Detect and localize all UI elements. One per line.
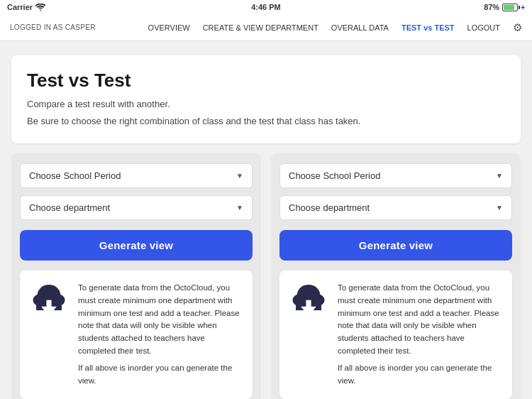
status-left: Carrier — [7, 3, 45, 11]
chevron-down-icon: ▼ — [236, 172, 243, 180]
right-period-row: Choose School Period ▼ — [279, 163, 512, 188]
right-info-line1: To generate data from the OctoCloud, you… — [338, 282, 502, 358]
status-bar: Carrier 4:46 PM 87% + — [0, 0, 532, 14]
left-info-text: To generate data from the OctoCloud, you… — [78, 282, 243, 388]
right-period-dropdown[interactable]: Choose School Period ▼ — [279, 163, 512, 188]
right-dept-dropdown[interactable]: Choose department ▼ — [279, 195, 512, 220]
status-time: 4:46 PM — [251, 3, 281, 11]
nav-overview[interactable]: OVERVIEW — [148, 23, 190, 32]
chevron-down-icon: ▼ — [496, 172, 503, 180]
right-dept-row: Choose department ▼ — [279, 195, 512, 220]
left-generate-button[interactable]: Generate view — [20, 230, 253, 261]
nav-bar: LOGGED IN AS Casper OVERVIEW CREATE & VI… — [0, 14, 532, 41]
chevron-down-icon: ▼ — [236, 204, 243, 212]
nav-links: OVERVIEW CREATE & VIEW DEPARTMENT OVERAL… — [148, 21, 522, 34]
left-period-dropdown[interactable]: Choose School Period ▼ — [20, 163, 253, 188]
left-info-card: To generate data from the OctoCloud, you… — [20, 270, 253, 399]
carrier-label: Carrier — [7, 3, 33, 11]
right-info-text: To generate data from the OctoCloud, you… — [338, 282, 502, 388]
right-info-line2: If all above is inorder you can generate… — [338, 362, 502, 388]
right-dept-label: Choose department — [289, 202, 370, 213]
left-dept-row: Choose department ▼ — [20, 195, 253, 220]
status-right: 87% + — [484, 3, 525, 11]
plus-icon: + — [521, 4, 525, 11]
gear-icon[interactable]: ⚙ — [513, 21, 522, 34]
battery-icon — [502, 4, 518, 11]
right-generate-button[interactable]: Generate view — [279, 230, 512, 261]
logged-in-label: LOGGED IN AS Casper — [10, 23, 96, 31]
left-dept-label: Choose department — [29, 202, 110, 213]
left-info-line2: If all above is inorder you can generate… — [78, 362, 243, 388]
right-info-card: To generate data from the OctoCloud, you… — [279, 270, 512, 399]
left-period-label: Choose School Period — [29, 170, 121, 181]
desc-2: Be sure to choose the right combination … — [27, 114, 505, 129]
cloud-download-icon — [30, 282, 68, 320]
wifi-icon — [35, 4, 45, 11]
nav-create-view[interactable]: CREATE & VIEW DEPARTMENT — [203, 23, 318, 32]
right-panel: Choose School Period ▼ Choose department… — [271, 153, 521, 399]
left-panel: Choose School Period ▼ Choose department… — [11, 153, 261, 399]
nav-logout[interactable]: LOGOUT — [467, 23, 500, 32]
two-col-section: Choose School Period ▼ Choose department… — [11, 153, 521, 399]
desc-1: Compare a test result with another. — [27, 97, 505, 111]
nav-test-vs-test[interactable]: TEST vs TEST — [401, 23, 455, 32]
left-period-row: Choose School Period ▼ — [20, 163, 253, 188]
right-period-label: Choose School Period — [289, 170, 380, 181]
left-info-line1: To generate data from the OctoCloud, you… — [78, 282, 243, 358]
main-content: Test vs Test Compare a test result with … — [0, 41, 532, 399]
battery-percent: 87% — [484, 3, 499, 11]
chevron-down-icon: ▼ — [496, 204, 503, 212]
cloud-download-icon — [289, 282, 328, 320]
left-dept-dropdown[interactable]: Choose department ▼ — [20, 195, 253, 220]
svg-rect-5 — [46, 300, 51, 310]
page-title: Test vs Test — [27, 70, 505, 92]
header-card: Test vs Test Compare a test result with … — [11, 55, 521, 143]
nav-overall-data[interactable]: OVERALL DATA — [331, 23, 389, 32]
svg-rect-11 — [306, 300, 311, 310]
